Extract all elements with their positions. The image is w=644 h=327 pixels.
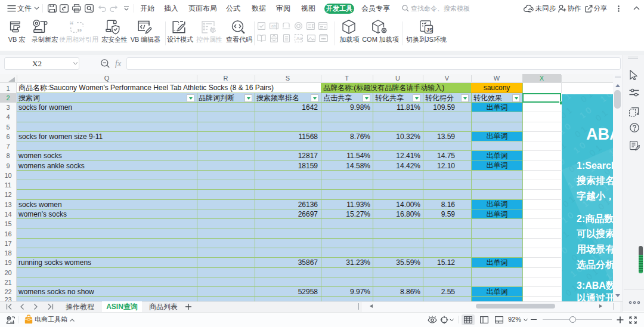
svg-text:”: ” <box>77 27 82 33</box>
svg-text:“: “ <box>70 21 74 30</box>
svg-text:ab: ab <box>271 24 276 28</box>
svg-text:JS: JS <box>426 27 433 33</box>
svg-text:Aa: Aa <box>296 36 302 41</box>
